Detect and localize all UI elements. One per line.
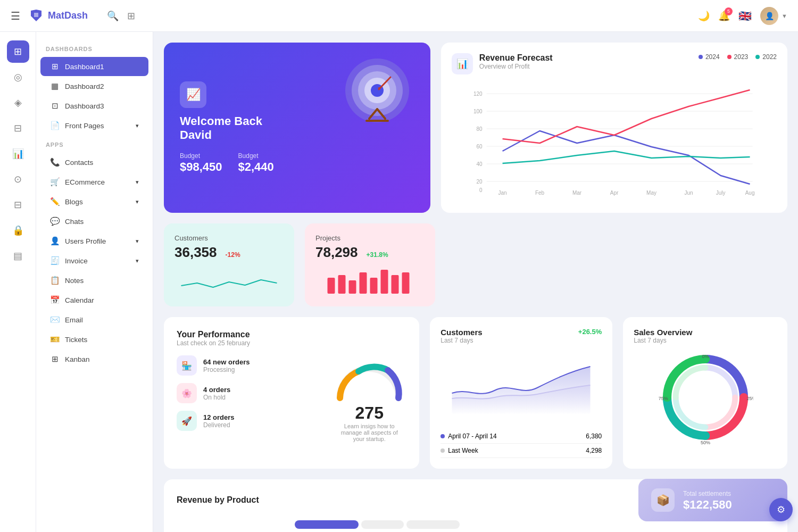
revenue-product-title: Revenue by Product (177, 495, 259, 505)
svg-text:20: 20 (476, 179, 483, 185)
sidebar-item-calendar[interactable]: 📅 Calendar (40, 290, 148, 310)
user-dropdown[interactable]: 👤 ▼ (760, 7, 787, 25)
welcome-icon-box: 📈 (180, 81, 206, 108)
apps-icon[interactable]: ⊞ (127, 10, 135, 22)
sidebar-item-contacts[interactable]: 📞 Contacts (40, 153, 148, 172)
revenue-forecast-card: 📊 Revenue Forecast Overview of Profit 20… (441, 43, 787, 213)
legend-label-2024: 2024 (705, 53, 720, 61)
sidebar-item-ecommerce[interactable]: 🛒 ECommerce ▾ (40, 172, 148, 192)
settlement-label: Total settlements (683, 490, 731, 497)
customers-stat-change: -12% (226, 251, 240, 259)
revenue-card-icon: 📊 (452, 53, 473, 74)
sidebar-icon-panel[interactable]: ▤ (7, 245, 29, 267)
svg-text:80: 80 (476, 126, 483, 132)
sidebar-item-users-profile[interactable]: 👤 Users Profile ▾ (40, 231, 148, 251)
kanban-icon: ⊞ (50, 354, 60, 364)
nav-sidebar: DASHBOARDS ⊞ Dashboard1 ▦ Dashboard2 ⊡ D… (36, 32, 153, 532)
revenue-line-chart: 120 100 80 60 40 20 0 Jan Feb Mar Apr Ma… (452, 83, 777, 200)
sidebar-item-chats[interactable]: 💬 Chats (40, 212, 148, 231)
svg-text:60: 60 (476, 144, 483, 149)
svg-rect-31 (328, 278, 335, 294)
sidebar-item-front-pages[interactable]: 📄 Front Pages ▾ (40, 116, 148, 135)
chart-legend: 2024 2023 2022 (699, 53, 777, 61)
ecommerce-icon: 🛒 (50, 177, 60, 187)
chats-icon: 💬 (50, 217, 60, 226)
sidebar-item-dashboard1[interactable]: ⊞ Dashboard1 (40, 57, 148, 76)
email-icon: ✉️ (50, 315, 60, 325)
theme-toggle-icon[interactable]: 🌙 (698, 10, 710, 22)
main-content: 📈 Welcome Back David Budget $98,450 (153, 32, 798, 532)
order-title-hold: 4 orders (203, 386, 230, 394)
invoice-icon: 🧾 (50, 256, 60, 265)
order-title-delivered: 12 orders (203, 413, 235, 421)
svg-text:July: July (716, 190, 726, 196)
notifications[interactable]: 🔔 5 (718, 10, 730, 22)
front-pages-icon: 📄 (50, 121, 60, 130)
search-icon[interactable]: 🔍 (107, 10, 119, 22)
sidebar-icon-chart[interactable]: 📊 (7, 143, 29, 165)
hamburger-icon[interactable]: ☰ (11, 10, 20, 22)
sidebar-item-tickets[interactable]: 🎫 Tickets (40, 330, 148, 349)
avatar[interactable]: 👤 (760, 7, 778, 25)
svg-text:0%: 0% (702, 354, 709, 359)
sidebar-icon-dashboard[interactable]: ⊞ (7, 40, 29, 63)
budget-label-1: Budget (180, 152, 200, 160)
customers-row-2: Last Week 4,298 (440, 444, 602, 458)
sidebar-icon-book[interactable]: ⊟ (7, 194, 29, 216)
dashboard1-icon: ⊞ (50, 62, 60, 71)
settings-fab-button[interactable]: ⚙ (769, 498, 793, 521)
dashboard2-icon: ▦ (50, 81, 60, 91)
chevron-down-icon-blogs: ▾ (136, 198, 139, 205)
customers-chart-subtitle: Last 7 days (440, 337, 482, 344)
projects-stat-change: +31.8% (367, 251, 388, 259)
gauge-desc: Learn insigs how to manage all aspects o… (337, 423, 401, 442)
order-icon-new: 🏪 (177, 355, 197, 376)
svg-text:25%: 25% (746, 396, 753, 401)
sidebar-icon-lock[interactable]: 🔒 (7, 219, 29, 242)
svg-text:75%: 75% (658, 396, 668, 401)
language-flag[interactable]: 🇬🇧 (738, 10, 752, 22)
sidebar-icon-layers[interactable]: ◈ (7, 92, 29, 114)
svg-rect-35 (370, 278, 378, 294)
svg-rect-36 (381, 270, 388, 294)
order-sub-hold: On hold (203, 394, 230, 401)
svg-rect-32 (338, 275, 346, 294)
sidebar-item-blogs[interactable]: ✏️ Blogs ▾ (40, 192, 148, 211)
svg-text:120: 120 (473, 91, 483, 97)
svg-text:Jun: Jun (684, 190, 693, 196)
gauge-section: 275 Learn insigs how to manage all aspec… (332, 355, 406, 442)
projects-stat-card: Projects 78,298 +31.8% (305, 223, 435, 306)
sidebar-item-dashboard3[interactable]: ⊡ Dashboard3 (40, 96, 148, 115)
sidebar-item-kanban[interactable]: ⊞ Kanban (40, 350, 148, 369)
customers-stat-value: 36,358 (174, 244, 217, 261)
customers-growth-badge: +26.5% (578, 328, 602, 336)
svg-text:Apr: Apr (610, 190, 619, 196)
sidebar-icon-grid[interactable]: ⊟ (7, 117, 29, 139)
revenue-forecast-title: Revenue Forecast (479, 53, 553, 63)
sidebar-icon-people[interactable]: ⊙ (7, 168, 29, 190)
order-item-new: 🏪 64 new orders Processing (177, 355, 321, 376)
legend-label-2023: 2023 (734, 53, 749, 61)
target-illustration (335, 48, 420, 133)
svg-rect-43 (295, 520, 359, 529)
svg-text:Jan: Jan (498, 190, 506, 196)
sidebar-item-invoice[interactable]: 🧾 Invoice ▾ (40, 251, 148, 270)
sidebar-icon-user[interactable]: ◎ (7, 66, 29, 88)
order-item-delivered: 🚀 12 orders Delivered (177, 411, 321, 431)
topbar: ☰ MatDash 🔍 ⊞ 🌙 🔔 5 🇬🇧 👤 ▼ (0, 0, 798, 32)
calendar-icon: 📅 (50, 295, 60, 305)
svg-text:Mar: Mar (572, 190, 582, 196)
sidebar-item-dashboard2[interactable]: ▦ Dashboard2 (40, 77, 148, 96)
bottom-section: Your Performance Last check on 25 februa… (164, 317, 787, 469)
budget-value-2: $2,440 (238, 160, 274, 174)
customers-data-rows: April 07 - April 14 6,380 Last Week 4,29… (440, 429, 602, 458)
chevron-down-icon-ecommerce: ▾ (136, 179, 139, 186)
svg-text:40: 40 (476, 161, 483, 167)
legend-dot-2023 (727, 55, 732, 59)
legend-label-2022: 2022 (762, 53, 777, 61)
welcome-card: 📈 Welcome Back David Budget $98,450 (164, 43, 430, 213)
apps-section-label: APPS (36, 142, 153, 152)
sidebar-item-notes[interactable]: 📋 Notes (40, 271, 148, 290)
settlement-amount: $122,580 (683, 498, 732, 512)
sidebar-item-email[interactable]: ✉️ Email (40, 310, 148, 329)
